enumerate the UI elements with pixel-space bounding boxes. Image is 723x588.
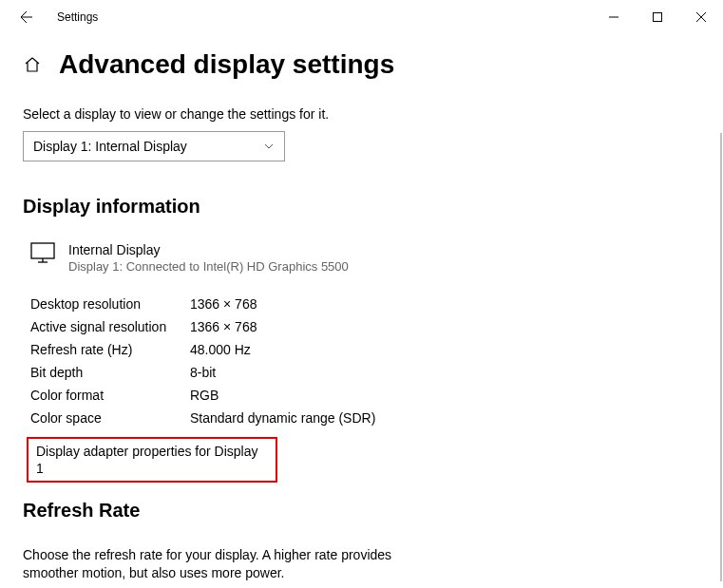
select-instruction: Select a display to view or change the s… (23, 106, 700, 122)
info-label: Refresh rate (Hz) (30, 338, 190, 361)
close-button[interactable] (679, 2, 723, 32)
display-subtitle: Display 1: Connected to Intel(R) HD Grap… (68, 259, 349, 274)
adapter-properties-link[interactable]: Display adapter properties for Display 1 (36, 444, 257, 476)
info-value: RGB (190, 384, 219, 407)
display-info-table: Desktop resolution1366 × 768 Active sign… (30, 293, 700, 429)
table-row: Refresh rate (Hz)48.000 Hz (30, 338, 700, 361)
monitor-icon (30, 242, 55, 267)
table-row: Color formatRGB (30, 384, 700, 407)
info-value: 8-bit (190, 361, 216, 384)
display-header-text: Internal Display Display 1: Connected to… (68, 242, 349, 274)
table-row: Desktop resolution1366 × 768 (30, 293, 700, 315)
info-value: Standard dynamic range (SDR) (190, 407, 375, 429)
refresh-description: Choose the refresh rate for your display… (23, 546, 403, 582)
display-select-value: Display 1: Internal Display (33, 139, 187, 154)
info-label: Desktop resolution (30, 293, 190, 315)
display-select[interactable]: Display 1: Internal Display (23, 131, 285, 161)
table-row: Active signal resolution1366 × 768 (30, 315, 700, 338)
svg-rect-1 (31, 243, 54, 258)
maximize-button[interactable] (636, 2, 679, 32)
scrollbar[interactable] (720, 133, 722, 581)
section-refresh-title: Refresh Rate (23, 500, 700, 522)
info-value: 48.000 Hz (190, 338, 251, 361)
adapter-link-highlight: Display adapter properties for Display 1 (27, 437, 277, 483)
close-icon (696, 12, 706, 22)
display-name: Internal Display (68, 242, 349, 257)
titlebar: Settings (0, 0, 723, 34)
window-controls (592, 2, 723, 32)
info-label: Bit depth (30, 361, 190, 384)
chevron-down-icon (263, 141, 275, 152)
info-label: Active signal resolution (30, 315, 190, 338)
table-row: Color spaceStandard dynamic range (SDR) (30, 407, 700, 429)
minimize-icon (609, 12, 618, 22)
section-display-info-title: Display information (23, 196, 700, 218)
arrow-left-icon (19, 9, 34, 25)
page-header: Advanced display settings (23, 49, 700, 80)
back-button[interactable] (11, 2, 42, 32)
content-area: Advanced display settings Select a displ… (0, 34, 723, 588)
window-title: Settings (57, 10, 98, 24)
info-value: 1366 × 768 (190, 315, 257, 338)
info-label: Color space (30, 407, 190, 429)
minimize-button[interactable] (592, 2, 636, 32)
display-header: Internal Display Display 1: Connected to… (30, 242, 700, 274)
home-button[interactable] (23, 55, 42, 74)
home-icon (24, 56, 41, 73)
info-value: 1366 × 768 (190, 293, 257, 315)
maximize-icon (653, 12, 662, 22)
page-title: Advanced display settings (59, 49, 394, 80)
table-row: Bit depth8-bit (30, 361, 700, 384)
info-label: Color format (30, 384, 190, 407)
svg-rect-0 (654, 13, 662, 22)
